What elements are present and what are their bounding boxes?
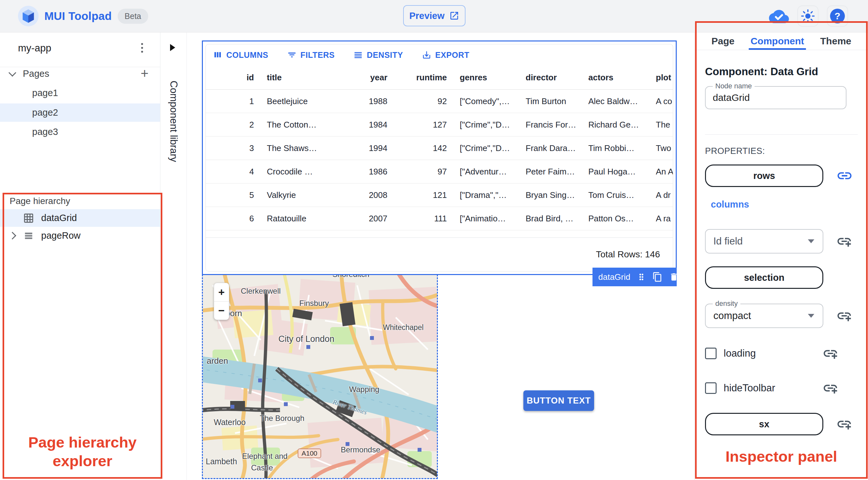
hidetoolbar-add-binding-icon[interactable] (823, 380, 838, 396)
columns-property-link[interactable]: columns (711, 199, 749, 210)
loading-checkbox[interactable] (705, 348, 717, 359)
sx-add-binding-icon[interactable] (836, 416, 852, 432)
sx-property-button[interactable]: sx (705, 413, 823, 435)
sidebar-item-page1[interactable]: page1 (0, 84, 160, 102)
table-cell: ["Animatio… (453, 214, 519, 224)
table-cell: 6 (206, 214, 260, 224)
columns-button[interactable]: COLUMNS (211, 50, 270, 60)
hierarchy-item-label: dataGrid (41, 213, 77, 223)
table-row[interactable]: 4Crocodile …198697["Adventur…Peter Faim…… (206, 160, 673, 184)
table-cell: Tim Burton (519, 96, 582, 106)
node-name-field[interactable]: Node name (705, 86, 846, 109)
table-cell: Ratatouille (260, 214, 341, 224)
rows-property-button[interactable]: rows (705, 164, 823, 187)
add-page-button[interactable]: + (141, 67, 149, 80)
rows-binding-link-icon[interactable] (836, 167, 853, 184)
filter-icon (287, 50, 297, 60)
density-add-binding-icon[interactable] (836, 308, 852, 324)
theme-toggle-button[interactable] (797, 5, 818, 27)
delete-icon[interactable] (669, 272, 679, 282)
hierarchy-item-datagrid[interactable]: dataGrid (0, 209, 160, 227)
app-title: MUI Toolpad (44, 10, 112, 23)
table-row[interactable]: 5Valkyrie2008121["Drama","…Bryan Sing…To… (206, 184, 673, 207)
chevron-right-icon[interactable] (8, 232, 16, 239)
column-header-actors[interactable]: actors (582, 73, 649, 83)
zoom-in-button[interactable]: + (214, 283, 229, 302)
view-columns-icon (213, 50, 222, 60)
app-name: my-app (18, 42, 51, 54)
column-header-id[interactable]: id (206, 73, 260, 83)
table-cell: 142 (394, 143, 453, 153)
sidebar-item-page3[interactable]: page3 (0, 123, 160, 141)
page-hierarchy-panel: Page hierarchy dataGrid pageRow (0, 193, 160, 245)
app-menu-kebab-icon[interactable] (135, 41, 149, 55)
table-row[interactable]: 1Beetlejuice198892["Comedy",…Tim BurtonA… (206, 90, 673, 113)
table-row[interactable]: 2The Cotton…1984127["Crime","D…Francis F… (206, 113, 673, 136)
table-cell: 2007 (341, 214, 394, 224)
sidebar-item-page2[interactable]: page2 (0, 103, 160, 122)
table-cell: A co (649, 96, 673, 106)
open-in-new-icon (449, 10, 459, 21)
hierarchy-item-pagerow[interactable]: pageRow (0, 227, 160, 245)
column-header-year[interactable]: year (341, 73, 394, 83)
page-label: page2 (32, 107, 58, 118)
loading-add-binding-icon[interactable] (823, 345, 838, 361)
density-select[interactable]: density compact (705, 303, 823, 328)
map-component[interactable]: ClerkenwellFinsburyShoreditchWhitechapel… (202, 271, 438, 479)
table-cell: Bryan Sing… (519, 190, 582, 200)
table-cell: Richard Ge… (582, 120, 649, 130)
column-header-genres[interactable]: genres (453, 73, 519, 83)
map-label: Wapping (349, 385, 379, 394)
table-cell: 2008 (341, 190, 394, 200)
map-label: Elephant and (242, 452, 287, 461)
column-header-director[interactable]: director (519, 73, 582, 83)
map-label: Castle (251, 463, 273, 472)
map-label: City of London (278, 334, 334, 344)
table-row[interactable]: 6Ratatouille2007111["Animatio…Brad Bird,… (206, 207, 673, 230)
beta-badge: Beta (118, 9, 148, 24)
chevron-down-icon[interactable] (8, 69, 16, 76)
drag-handle-icon[interactable] (637, 273, 646, 282)
toolpad-logo-icon (18, 6, 38, 26)
filters-button[interactable]: FILTERS (285, 50, 337, 60)
map-labels: ClerkenwellFinsburyShoreditchWhitechapel… (203, 273, 437, 478)
datagrid-component[interactable]: COLUMNS FILTERS DENSITY EXPORT idtitleye… (202, 40, 677, 275)
export-button[interactable]: EXPORT (420, 50, 471, 60)
column-header-plot[interactable]: plot (649, 73, 673, 83)
selection-property-button[interactable]: selection (705, 266, 823, 289)
zoom-out-button[interactable]: − (214, 302, 229, 320)
table-row[interactable]: 3The Shaws…1994142["Crime","D…Frank Dara… (206, 136, 673, 160)
table-cell: Peter Faim… (519, 167, 582, 177)
table-cell: 5 (206, 190, 260, 200)
light-mode-icon (801, 9, 815, 23)
page-hierarchy-title: Page hierarchy (10, 193, 160, 209)
button-component[interactable]: BUTTON TEXT (523, 390, 594, 411)
table-cell: Patton Os… (582, 214, 649, 224)
tab-component[interactable]: Component (751, 32, 804, 50)
node-name-input[interactable] (706, 87, 846, 108)
page-label: page3 (32, 127, 58, 137)
tab-page[interactable]: Page (711, 32, 735, 50)
hidetoolbar-checkbox[interactable] (705, 382, 717, 394)
properties-label: PROPERTIES: (705, 146, 858, 156)
id-field-add-binding-icon[interactable] (836, 233, 852, 249)
tab-theme[interactable]: Theme (820, 32, 851, 50)
table-cell: 127 (394, 120, 453, 130)
dropdown-caret-icon (808, 314, 814, 318)
preview-button[interactable]: Preview (403, 5, 465, 26)
table-cell: 121 (394, 190, 453, 200)
preview-label: Preview (409, 10, 444, 21)
cloud-sync-icon[interactable] (769, 9, 789, 23)
table-cell: The Cotton… (260, 120, 341, 130)
duplicate-icon[interactable] (652, 272, 662, 282)
pages-section-header[interactable]: Pages + (0, 65, 160, 83)
density-button[interactable]: DENSITY (351, 50, 405, 60)
component-library-panel: Component library (160, 32, 187, 480)
column-header-runtime[interactable]: runtime (394, 73, 453, 83)
column-header-title[interactable]: title (260, 73, 341, 83)
help-button[interactable]: ? (827, 5, 848, 27)
expand-panel-icon[interactable] (170, 44, 175, 51)
id-field-select[interactable]: Id field (705, 229, 823, 254)
table-cell: Frank Dara… (519, 143, 582, 153)
table-cell: 111 (394, 214, 453, 224)
